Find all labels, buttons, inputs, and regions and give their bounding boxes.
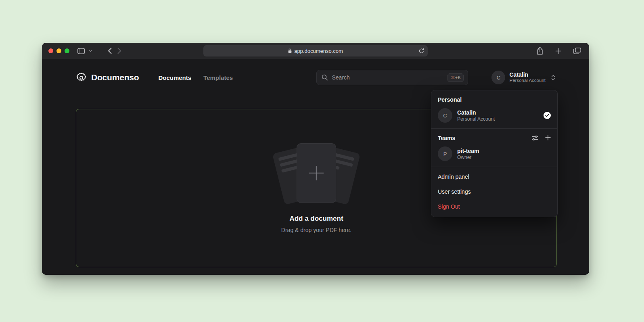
menu-item-user-settings[interactable]: User settings [431, 184, 557, 199]
personal-account-name: Catalin [457, 110, 495, 115]
sidebar-toggle-button[interactable] [76, 46, 86, 56]
team-avatar: P [438, 146, 452, 161]
chevron-down-icon [89, 50, 92, 52]
browser-titlebar: app.documenso.com [42, 43, 589, 59]
documenso-logo-icon [76, 72, 87, 83]
sliders-icon [532, 135, 538, 141]
search-input[interactable]: Search ⌘+K [316, 70, 468, 85]
url-text: app.documenso.com [294, 48, 343, 54]
dropzone-subtitle: Drag & drop your PDF here. [281, 227, 351, 233]
dropzone-title: Add a document [289, 215, 343, 223]
tabs-icon [573, 48, 581, 54]
menu-item-admin-panel[interactable]: Admin panel [431, 169, 557, 184]
document-cards-illustration [273, 143, 360, 204]
brand-name: Documenso [91, 73, 139, 82]
reload-icon [419, 48, 424, 54]
forward-button[interactable] [116, 46, 123, 56]
minimize-window-button[interactable] [56, 48, 61, 53]
user-avatar: C [491, 71, 505, 84]
user-menu-button[interactable]: C Catalin Personal Account [491, 71, 555, 84]
personal-account-avatar: C [438, 108, 452, 123]
sidebar-icon [77, 48, 85, 54]
back-button[interactable] [106, 46, 113, 56]
browser-window: app.documenso.com Documenso [42, 43, 589, 275]
create-team-button[interactable] [545, 135, 551, 141]
close-window-button[interactable] [48, 48, 53, 53]
manage-teams-button[interactable] [532, 135, 538, 141]
documenso-page: Documenso Documents Templates Search ⌘+K… [42, 59, 589, 275]
personal-section-label: Personal [431, 92, 557, 107]
menu-divider [431, 128, 557, 129]
personal-account-item[interactable]: C Catalin Personal Account [431, 107, 557, 128]
team-role: Owner [457, 155, 479, 160]
chevron-up-down-icon [551, 75, 555, 81]
team-item[interactable]: P pit-team Owner [431, 145, 557, 166]
search-shortcut-badge: ⌘+K [447, 73, 464, 82]
nav-templates[interactable]: Templates [203, 74, 233, 81]
tab-overview-chevron-button[interactable] [89, 48, 94, 54]
teams-section-label: Teams [438, 135, 455, 141]
traffic-lights [48, 48, 69, 53]
forward-arrow-icon [117, 48, 121, 54]
share-button[interactable] [535, 45, 545, 56]
team-name: pit-team [457, 148, 479, 154]
back-arrow-icon [108, 48, 112, 54]
tab-overview-button[interactable] [572, 46, 583, 56]
teams-section-header: Teams [431, 131, 557, 145]
document-card-center [297, 144, 336, 203]
user-name: Catalin [509, 72, 546, 77]
nav-documents[interactable]: Documents [158, 74, 191, 81]
plus-icon [555, 48, 561, 54]
zoom-window-button[interactable] [65, 48, 69, 53]
menu-item-sign-out[interactable]: Sign Out [431, 199, 557, 214]
address-bar[interactable]: app.documenso.com [203, 45, 428, 56]
user-account-type: Personal Account [509, 78, 546, 83]
reload-button[interactable] [419, 48, 424, 54]
plus-icon [545, 135, 551, 140]
brand[interactable]: Documenso [76, 72, 139, 83]
share-icon [537, 47, 543, 55]
menu-divider [431, 167, 557, 167]
selected-check-icon [544, 112, 551, 119]
personal-account-subtitle: Personal Account [457, 117, 495, 121]
lock-icon [288, 48, 292, 53]
user-dropdown-menu: Personal C Catalin Personal Account Team… [431, 90, 558, 217]
new-tab-button[interactable] [554, 46, 563, 56]
search-icon [322, 74, 328, 81]
search-placeholder: Search [332, 74, 349, 81]
main-nav: Documents Templates [158, 74, 233, 81]
